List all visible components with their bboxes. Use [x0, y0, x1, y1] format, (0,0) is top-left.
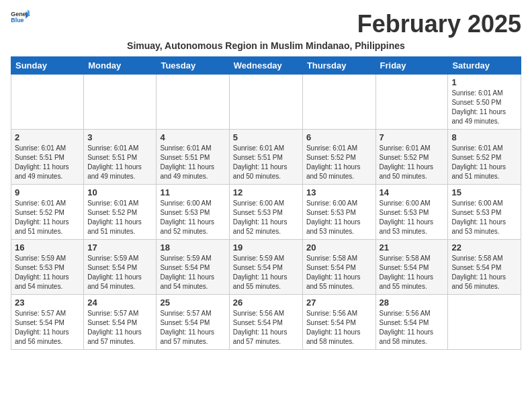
calendar-cell: 7Sunrise: 6:01 AM Sunset: 5:52 PM Daylig…	[375, 129, 448, 184]
column-header-wednesday: Wednesday	[229, 56, 302, 74]
day-info: Sunrise: 6:01 AM Sunset: 5:52 PM Dayligh…	[87, 199, 152, 236]
calendar-cell: 2Sunrise: 6:01 AM Sunset: 5:51 PM Daylig…	[11, 129, 84, 184]
day-number: 11	[160, 187, 225, 197]
calendar-week-row: 1Sunrise: 6:01 AM Sunset: 5:50 PM Daylig…	[11, 74, 521, 129]
day-number: 14	[380, 187, 445, 197]
day-info: Sunrise: 6:01 AM Sunset: 5:52 PM Dayligh…	[306, 144, 372, 181]
calendar-cell: 17Sunrise: 5:59 AM Sunset: 5:54 PM Dayli…	[84, 239, 157, 294]
calendar-cell: 6Sunrise: 6:01 AM Sunset: 5:52 PM Daylig…	[302, 129, 375, 184]
day-info: Sunrise: 5:59 AM Sunset: 5:54 PM Dayligh…	[87, 254, 152, 291]
day-info: Sunrise: 6:00 AM Sunset: 5:53 PM Dayligh…	[451, 199, 517, 236]
day-number: 9	[15, 187, 80, 197]
calendar-cell	[375, 74, 448, 129]
column-header-friday: Friday	[375, 56, 448, 74]
day-info: Sunrise: 5:57 AM Sunset: 5:54 PM Dayligh…	[15, 309, 80, 347]
calendar-cell	[84, 74, 157, 129]
day-number: 4	[160, 132, 225, 142]
day-info: Sunrise: 6:00 AM Sunset: 5:53 PM Dayligh…	[306, 199, 372, 236]
calendar-cell: 12Sunrise: 6:00 AM Sunset: 5:53 PM Dayli…	[229, 184, 302, 239]
calendar-cell: 5Sunrise: 6:01 AM Sunset: 5:51 PM Daylig…	[229, 129, 302, 184]
calendar-header-row: SundayMondayTuesdayWednesdayThursdayFrid…	[11, 56, 521, 74]
calendar-cell: 11Sunrise: 6:00 AM Sunset: 5:53 PM Dayli…	[157, 184, 229, 239]
day-number: 7	[380, 132, 445, 142]
day-number: 10	[87, 187, 152, 197]
day-info: Sunrise: 5:59 AM Sunset: 5:53 PM Dayligh…	[15, 254, 80, 291]
day-info: Sunrise: 6:01 AM Sunset: 5:51 PM Dayligh…	[87, 144, 152, 181]
calendar-cell: 15Sunrise: 6:00 AM Sunset: 5:53 PM Dayli…	[448, 184, 521, 239]
calendar-cell: 14Sunrise: 6:00 AM Sunset: 5:53 PM Dayli…	[375, 184, 448, 239]
day-number: 25	[160, 298, 225, 308]
day-info: Sunrise: 5:56 AM Sunset: 5:54 PM Dayligh…	[306, 309, 372, 347]
column-header-tuesday: Tuesday	[157, 56, 229, 74]
calendar-subtitle: Simuay, Autonomous Region in Muslim Mind…	[11, 40, 521, 51]
calendar-cell	[448, 294, 521, 349]
calendar-cell: 13Sunrise: 6:00 AM Sunset: 5:53 PM Dayli…	[302, 184, 375, 239]
day-number: 6	[306, 132, 372, 142]
column-header-monday: Monday	[84, 56, 157, 74]
calendar-cell	[229, 74, 302, 129]
day-number: 19	[233, 242, 299, 253]
day-number: 16	[15, 242, 80, 253]
day-number: 12	[233, 187, 299, 197]
calendar-cell: 24Sunrise: 5:57 AM Sunset: 5:54 PM Dayli…	[84, 294, 157, 349]
calendar-cell: 4Sunrise: 6:01 AM Sunset: 5:51 PM Daylig…	[157, 129, 229, 184]
calendar-week-row: 2Sunrise: 6:01 AM Sunset: 5:51 PM Daylig…	[11, 129, 521, 184]
day-info: Sunrise: 6:01 AM Sunset: 5:52 PM Dayligh…	[451, 144, 517, 181]
day-number: 23	[15, 298, 80, 308]
header: General Blue February 2025	[11, 11, 521, 38]
day-info: Sunrise: 5:56 AM Sunset: 5:54 PM Dayligh…	[380, 309, 445, 347]
calendar-cell: 3Sunrise: 6:01 AM Sunset: 5:51 PM Daylig…	[84, 129, 157, 184]
day-info: Sunrise: 5:57 AM Sunset: 5:54 PM Dayligh…	[160, 309, 225, 347]
day-number: 24	[87, 298, 152, 308]
column-header-thursday: Thursday	[302, 56, 375, 74]
day-number: 28	[380, 298, 445, 308]
calendar-cell: 19Sunrise: 5:59 AM Sunset: 5:54 PM Dayli…	[229, 239, 302, 294]
calendar-cell: 23Sunrise: 5:57 AM Sunset: 5:54 PM Dayli…	[11, 294, 84, 349]
column-header-saturday: Saturday	[448, 56, 521, 74]
calendar-week-row: 9Sunrise: 6:01 AM Sunset: 5:52 PM Daylig…	[11, 184, 521, 239]
calendar-cell	[11, 74, 84, 129]
day-number: 22	[451, 242, 517, 253]
calendar-cell: 16Sunrise: 5:59 AM Sunset: 5:53 PM Dayli…	[11, 239, 84, 294]
calendar-cell	[302, 74, 375, 129]
day-number: 15	[451, 187, 517, 197]
day-info: Sunrise: 6:00 AM Sunset: 5:53 PM Dayligh…	[160, 199, 225, 236]
svg-text:Blue: Blue	[11, 17, 24, 24]
day-info: Sunrise: 5:59 AM Sunset: 5:54 PM Dayligh…	[233, 254, 299, 291]
column-header-sunday: Sunday	[11, 56, 84, 74]
month-title: February 2025	[357, 11, 521, 38]
day-number: 26	[233, 298, 299, 308]
day-number: 17	[87, 242, 152, 253]
day-number: 13	[306, 187, 372, 197]
day-number: 1	[451, 77, 517, 87]
calendar-week-row: 16Sunrise: 5:59 AM Sunset: 5:53 PM Dayli…	[11, 239, 521, 294]
calendar-cell: 20Sunrise: 5:58 AM Sunset: 5:54 PM Dayli…	[302, 239, 375, 294]
day-info: Sunrise: 5:57 AM Sunset: 5:54 PM Dayligh…	[87, 309, 152, 347]
day-info: Sunrise: 5:59 AM Sunset: 5:54 PM Dayligh…	[160, 254, 225, 291]
day-number: 21	[380, 242, 445, 253]
day-number: 18	[160, 242, 225, 253]
calendar-table: SundayMondayTuesdayWednesdayThursdayFrid…	[11, 56, 521, 350]
day-info: Sunrise: 6:01 AM Sunset: 5:52 PM Dayligh…	[380, 144, 445, 181]
calendar-cell: 26Sunrise: 5:56 AM Sunset: 5:54 PM Dayli…	[229, 294, 302, 349]
day-info: Sunrise: 6:01 AM Sunset: 5:51 PM Dayligh…	[233, 144, 299, 181]
day-info: Sunrise: 6:00 AM Sunset: 5:53 PM Dayligh…	[233, 199, 299, 236]
day-info: Sunrise: 5:58 AM Sunset: 5:54 PM Dayligh…	[380, 254, 445, 291]
day-number: 3	[87, 132, 152, 142]
calendar-week-row: 23Sunrise: 5:57 AM Sunset: 5:54 PM Dayli…	[11, 294, 521, 349]
day-info: Sunrise: 5:58 AM Sunset: 5:54 PM Dayligh…	[306, 254, 372, 291]
day-number: 2	[15, 132, 80, 142]
logo: General Blue	[11, 11, 30, 26]
calendar-cell	[157, 74, 229, 129]
calendar-cell: 10Sunrise: 6:01 AM Sunset: 5:52 PM Dayli…	[84, 184, 157, 239]
day-info: Sunrise: 6:01 AM Sunset: 5:52 PM Dayligh…	[15, 199, 80, 236]
day-info: Sunrise: 5:58 AM Sunset: 5:54 PM Dayligh…	[451, 254, 517, 291]
day-number: 27	[306, 298, 372, 308]
calendar-cell: 22Sunrise: 5:58 AM Sunset: 5:54 PM Dayli…	[448, 239, 521, 294]
calendar-cell: 27Sunrise: 5:56 AM Sunset: 5:54 PM Dayli…	[302, 294, 375, 349]
calendar-cell: 9Sunrise: 6:01 AM Sunset: 5:52 PM Daylig…	[11, 184, 84, 239]
calendar-cell: 18Sunrise: 5:59 AM Sunset: 5:54 PM Dayli…	[157, 239, 229, 294]
day-info: Sunrise: 5:56 AM Sunset: 5:54 PM Dayligh…	[233, 309, 299, 347]
day-info: Sunrise: 6:00 AM Sunset: 5:53 PM Dayligh…	[380, 199, 445, 236]
logo-icon: General Blue	[11, 9, 30, 24]
